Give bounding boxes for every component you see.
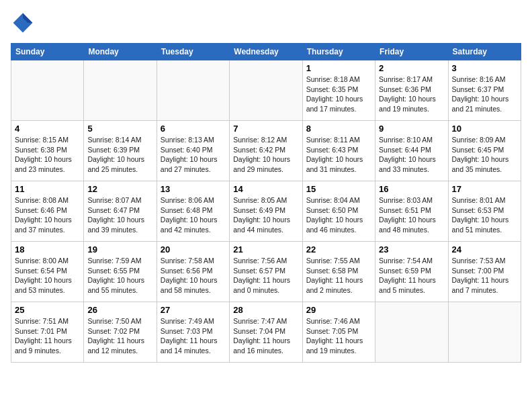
calendar-cell: 6Sunrise: 8:13 AM Sunset: 6:40 PM Daylig… <box>157 121 229 181</box>
calendar-cell: 26Sunrise: 7:50 AM Sunset: 7:02 PM Dayli… <box>84 302 157 363</box>
day-info: Sunrise: 8:15 AM Sunset: 6:38 PM Dayligh… <box>15 135 80 175</box>
calendar-cell: 28Sunrise: 7:47 AM Sunset: 7:04 PM Dayli… <box>230 302 302 363</box>
logo-icon <box>11 11 35 35</box>
calendar-cell: 8Sunrise: 8:11 AM Sunset: 6:43 PM Daylig… <box>302 121 375 181</box>
calendar-cell: 17Sunrise: 8:01 AM Sunset: 6:53 PM Dayli… <box>448 181 521 242</box>
column-header-thursday: Thursday <box>302 44 375 60</box>
day-info: Sunrise: 8:05 AM Sunset: 6:49 PM Dayligh… <box>233 195 298 235</box>
day-info: Sunrise: 8:18 AM Sunset: 6:35 PM Dayligh… <box>306 75 371 114</box>
day-info: Sunrise: 7:58 AM Sunset: 6:56 PM Dayligh… <box>161 256 226 295</box>
day-info: Sunrise: 8:00 AM Sunset: 6:54 PM Dayligh… <box>15 256 80 295</box>
day-info: Sunrise: 7:46 AM Sunset: 7:05 PM Dayligh… <box>306 316 371 356</box>
calendar-cell: 13Sunrise: 8:06 AM Sunset: 6:48 PM Dayli… <box>157 181 229 242</box>
day-info: Sunrise: 8:06 AM Sunset: 6:48 PM Dayligh… <box>161 195 226 235</box>
calendar-week-row: 1Sunrise: 8:18 AM Sunset: 6:35 PM Daylig… <box>11 60 521 121</box>
calendar-cell: 29Sunrise: 7:46 AM Sunset: 7:05 PM Dayli… <box>302 302 375 363</box>
day-number: 4 <box>15 124 80 134</box>
day-number: 17 <box>452 184 517 194</box>
calendar-cell: 24Sunrise: 7:53 AM Sunset: 7:00 PM Dayli… <box>448 242 521 302</box>
calendar-cell: 25Sunrise: 7:51 AM Sunset: 7:01 PM Dayli… <box>11 302 84 363</box>
day-number: 14 <box>233 184 298 194</box>
calendar-cell: 23Sunrise: 7:54 AM Sunset: 6:59 PM Dayli… <box>375 242 448 302</box>
calendar-cell <box>375 302 448 363</box>
day-number: 16 <box>379 184 444 194</box>
day-number: 9 <box>379 124 444 134</box>
day-number: 20 <box>161 244 226 255</box>
day-number: 3 <box>452 63 517 73</box>
calendar-week-row: 25Sunrise: 7:51 AM Sunset: 7:01 PM Dayli… <box>11 302 521 363</box>
column-header-sunday: Sunday <box>11 44 84 60</box>
day-info: Sunrise: 8:03 AM Sunset: 6:51 PM Dayligh… <box>379 195 444 235</box>
day-info: Sunrise: 8:09 AM Sunset: 6:45 PM Dayligh… <box>452 135 517 175</box>
day-number: 15 <box>306 184 371 194</box>
day-number: 10 <box>452 124 517 134</box>
calendar-cell: 19Sunrise: 7:59 AM Sunset: 6:55 PM Dayli… <box>84 242 157 302</box>
day-number: 5 <box>87 124 152 134</box>
calendar-cell: 15Sunrise: 8:04 AM Sunset: 6:50 PM Dayli… <box>302 181 375 242</box>
day-info: Sunrise: 8:14 AM Sunset: 6:39 PM Dayligh… <box>87 135 152 175</box>
day-info: Sunrise: 7:56 AM Sunset: 6:57 PM Dayligh… <box>233 256 298 295</box>
day-number: 13 <box>161 184 226 194</box>
day-info: Sunrise: 8:08 AM Sunset: 6:46 PM Dayligh… <box>15 195 80 235</box>
day-number: 21 <box>233 244 298 255</box>
calendar-cell <box>230 60 302 121</box>
day-number: 23 <box>379 244 444 255</box>
day-info: Sunrise: 7:59 AM Sunset: 6:55 PM Dayligh… <box>87 256 152 295</box>
column-header-friday: Friday <box>375 44 448 60</box>
calendar-week-row: 18Sunrise: 8:00 AM Sunset: 6:54 PM Dayli… <box>11 242 521 302</box>
day-info: Sunrise: 8:07 AM Sunset: 6:47 PM Dayligh… <box>87 195 152 235</box>
day-number: 24 <box>452 244 517 255</box>
column-header-tuesday: Tuesday <box>157 44 229 60</box>
column-header-monday: Monday <box>84 44 157 60</box>
calendar-cell: 22Sunrise: 7:55 AM Sunset: 6:58 PM Dayli… <box>302 242 375 302</box>
day-info: Sunrise: 8:10 AM Sunset: 6:44 PM Dayligh… <box>379 135 444 175</box>
day-number: 12 <box>87 184 152 194</box>
calendar-cell: 16Sunrise: 8:03 AM Sunset: 6:51 PM Dayli… <box>375 181 448 242</box>
calendar-cell <box>448 302 521 363</box>
calendar-cell: 4Sunrise: 8:15 AM Sunset: 6:38 PM Daylig… <box>11 121 84 181</box>
day-number: 11 <box>15 184 80 194</box>
day-info: Sunrise: 7:53 AM Sunset: 7:00 PM Dayligh… <box>452 256 517 295</box>
day-number: 2 <box>379 63 444 73</box>
calendar-cell <box>84 60 157 121</box>
calendar-cell: 27Sunrise: 7:49 AM Sunset: 7:03 PM Dayli… <box>157 302 229 363</box>
day-number: 6 <box>161 124 226 134</box>
day-info: Sunrise: 8:13 AM Sunset: 6:40 PM Dayligh… <box>161 135 226 175</box>
calendar-week-row: 4Sunrise: 8:15 AM Sunset: 6:38 PM Daylig… <box>11 121 521 181</box>
day-number: 1 <box>306 63 371 73</box>
day-info: Sunrise: 8:12 AM Sunset: 6:42 PM Dayligh… <box>233 135 298 175</box>
calendar-cell: 7Sunrise: 8:12 AM Sunset: 6:42 PM Daylig… <box>230 121 302 181</box>
day-number: 26 <box>87 305 152 315</box>
day-number: 27 <box>161 305 226 315</box>
day-number: 18 <box>15 244 80 255</box>
day-number: 8 <box>306 124 371 134</box>
day-info: Sunrise: 8:04 AM Sunset: 6:50 PM Dayligh… <box>306 195 371 235</box>
day-number: 25 <box>15 305 80 315</box>
calendar-cell: 14Sunrise: 8:05 AM Sunset: 6:49 PM Dayli… <box>230 181 302 242</box>
calendar-table: SundayMondayTuesdayWednesdayThursdayFrid… <box>11 43 521 363</box>
calendar-cell <box>11 60 84 121</box>
calendar-cell: 11Sunrise: 8:08 AM Sunset: 6:46 PM Dayli… <box>11 181 84 242</box>
day-number: 29 <box>306 305 371 315</box>
calendar-cell: 5Sunrise: 8:14 AM Sunset: 6:39 PM Daylig… <box>84 121 157 181</box>
calendar-header-row: SundayMondayTuesdayWednesdayThursdayFrid… <box>11 44 521 60</box>
calendar-cell: 1Sunrise: 8:18 AM Sunset: 6:35 PM Daylig… <box>302 60 375 121</box>
day-info: Sunrise: 7:47 AM Sunset: 7:04 PM Dayligh… <box>233 316 298 356</box>
day-info: Sunrise: 7:51 AM Sunset: 7:01 PM Dayligh… <box>15 316 80 356</box>
day-info: Sunrise: 8:11 AM Sunset: 6:43 PM Dayligh… <box>306 135 371 175</box>
calendar-cell: 9Sunrise: 8:10 AM Sunset: 6:44 PM Daylig… <box>375 121 448 181</box>
day-info: Sunrise: 7:54 AM Sunset: 6:59 PM Dayligh… <box>379 256 444 295</box>
calendar-cell: 3Sunrise: 8:16 AM Sunset: 6:37 PM Daylig… <box>448 60 521 121</box>
day-info: Sunrise: 7:49 AM Sunset: 7:03 PM Dayligh… <box>161 316 226 356</box>
column-header-saturday: Saturday <box>448 44 521 60</box>
logo <box>11 11 38 35</box>
day-info: Sunrise: 7:55 AM Sunset: 6:58 PM Dayligh… <box>306 256 371 295</box>
day-info: Sunrise: 8:17 AM Sunset: 6:36 PM Dayligh… <box>379 75 444 114</box>
day-info: Sunrise: 8:16 AM Sunset: 6:37 PM Dayligh… <box>452 75 517 114</box>
column-header-wednesday: Wednesday <box>230 44 302 60</box>
calendar-week-row: 11Sunrise: 8:08 AM Sunset: 6:46 PM Dayli… <box>11 181 521 242</box>
calendar-cell: 10Sunrise: 8:09 AM Sunset: 6:45 PM Dayli… <box>448 121 521 181</box>
calendar-cell: 18Sunrise: 8:00 AM Sunset: 6:54 PM Dayli… <box>11 242 84 302</box>
calendar-cell: 12Sunrise: 8:07 AM Sunset: 6:47 PM Dayli… <box>84 181 157 242</box>
page-header <box>11 11 521 35</box>
